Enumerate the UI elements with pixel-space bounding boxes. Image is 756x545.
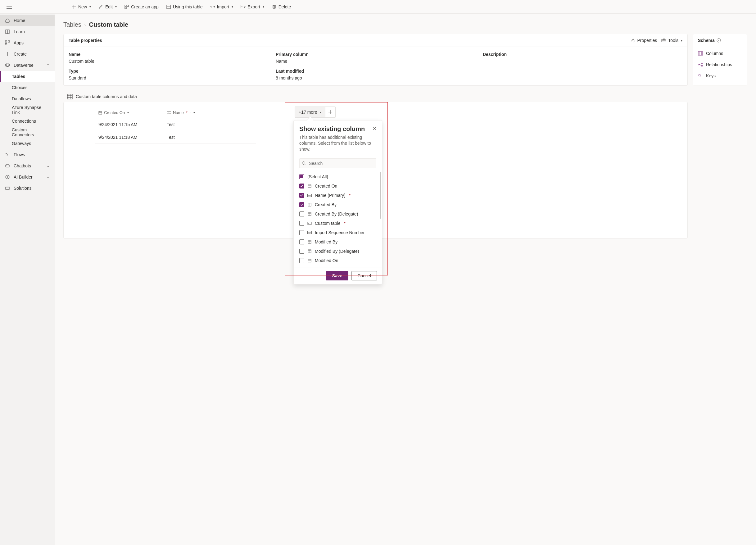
checkbox-checked-icon [299,193,304,198]
cell-created-on: 9/24/2021 11:15 AM [95,118,163,131]
properties-label: Properties [637,38,657,43]
key-type-icon [307,221,312,225]
columns-section: Custom table columns and data [63,91,688,238]
nav-synapse[interactable]: Azure Synapse Link [0,104,55,116]
columns-icon [698,51,703,56]
nav-custom-connectors[interactable]: Custom Connectors [0,127,55,138]
name-value: Custom table [69,59,268,64]
export-label: Export [247,4,260,9]
column-header-name[interactable]: Abc Name* ↑ ▾ [163,107,256,118]
nav-apps-label: Apps [14,40,24,45]
svg-rect-27 [308,222,311,225]
using-this-table-button[interactable]: Using this table [164,2,205,11]
column-item-label: Modified By [315,239,337,244]
chevron-up-icon: ⌃ [47,63,50,67]
columns-section-title: Custom table columns and data [76,94,137,99]
table-row[interactable]: 9/24/2021 11:18 AMTest [95,131,256,144]
nav-gateways-label: Gateways [12,141,31,146]
nav-ai-builder[interactable]: AI Builder ⌄ [0,171,55,183]
schema-card: Schema Columns Relationships [693,34,747,85]
column-checkbox-item[interactable]: Custom table * [299,219,379,228]
tools-label: Tools [668,38,678,43]
svg-rect-18 [99,111,102,114]
nav-create[interactable]: Create [0,48,55,60]
svg-text:123: 123 [308,232,312,234]
schema-relationships[interactable]: Relationships [695,59,745,70]
cell-name: Test [163,118,256,131]
pencil-icon [98,4,103,9]
save-button[interactable]: Save [326,271,349,280]
tools-button[interactable]: Tools ▾ [661,38,682,43]
type-value: Standard [69,75,268,80]
description-label: Description [483,52,682,57]
table-icon [166,4,171,9]
schema-keys[interactable]: Keys [695,70,745,81]
date-type-icon [307,184,312,188]
hamburger-icon[interactable] [2,0,16,14]
data-table-card: Created On ▾ Abc Name* [63,102,688,238]
main-content: Tables › Custom table Table properties P… [55,14,756,545]
table-row[interactable]: 9/24/2021 11:15 AMTest [95,118,256,131]
column-checkbox-item[interactable]: Created On [299,181,379,191]
nav-tables[interactable]: Tables [0,71,55,82]
new-button[interactable]: New ▾ [69,2,93,11]
breadcrumb-tables[interactable]: Tables [63,21,81,28]
column-checkbox-item[interactable]: Created By [299,200,379,209]
nav-home[interactable]: Home [0,15,55,26]
delete-button[interactable]: Delete [269,2,293,11]
scrollbar[interactable] [380,172,381,219]
column-header-created-on[interactable]: Created On ▾ [95,107,163,118]
column-checkbox-item[interactable]: Modified By [299,237,379,247]
close-button[interactable] [371,125,378,132]
checkbox-checked-icon [299,184,304,188]
create-app-label: Create an app [131,4,159,9]
select-all-checkbox[interactable]: (Select All) [299,172,379,181]
schema-columns[interactable]: Columns [695,48,745,59]
column-item-label: Created By [315,202,337,207]
nav-learn[interactable]: Learn [0,26,55,37]
search-input[interactable] [299,158,376,168]
nav-solutions[interactable]: Solutions [0,183,55,194]
lookup-type-icon [307,240,312,244]
primary-column-label: Primary column [276,52,475,57]
properties-button[interactable]: Properties [631,38,657,43]
schema-columns-label: Columns [706,51,723,56]
column-checkbox-item[interactable]: 123Import Sequence Number [299,228,379,237]
delete-label: Delete [278,4,291,9]
keys-icon [698,74,703,78]
edit-button[interactable]: Edit ▾ [96,2,119,11]
export-button[interactable]: Export ▾ [238,2,266,11]
cancel-button[interactable]: Cancel [351,271,377,280]
chatbot-icon [5,163,10,168]
nav-dataflows[interactable]: Dataflows [0,93,55,104]
chevron-down-icon: ▾ [127,111,129,114]
nav-chatbots[interactable]: Chatbots ⌄ [0,160,55,171]
nav-flows-label: Flows [14,152,25,157]
sort-asc-icon: ↑ [189,111,191,114]
svg-point-21 [302,161,305,164]
checkbox-unchecked-icon [299,239,304,244]
column-item-label: Modified By (Delegate) [315,249,359,254]
column-checkbox-item[interactable]: Modified By (Delegate) [299,247,379,256]
nav-gateways[interactable]: Gateways [0,138,55,149]
create-app-button[interactable]: Create an app [122,2,161,11]
col-created-on-label: Created On [104,110,125,115]
nav-flows[interactable]: Flows [0,149,55,160]
column-checkbox-item[interactable]: Modified On [299,256,379,265]
nav-connections[interactable]: Connections [0,116,55,127]
import-button[interactable]: Import ▾ [208,2,236,11]
nav-choices[interactable]: Choices [0,82,55,93]
column-checkbox-item[interactable]: Created By (Delegate) [299,209,379,219]
info-icon[interactable] [717,38,721,43]
nav-dataverse[interactable]: Dataverse ⌃ [0,60,55,71]
svg-point-37 [701,63,703,64]
checkbox-unchecked-icon [299,258,304,263]
chevron-down-icon: ⌄ [47,175,50,179]
export-icon [241,4,246,9]
nav-apps[interactable]: Apps [0,37,55,48]
new-label: New [78,4,87,9]
add-column-button[interactable] [325,107,336,118]
column-checkbox-item[interactable]: AbcName (Primary) * [299,191,379,200]
column-item-label: Custom table [315,221,340,226]
table-properties-card: Table properties Properties Tools ▾ [63,34,688,86]
